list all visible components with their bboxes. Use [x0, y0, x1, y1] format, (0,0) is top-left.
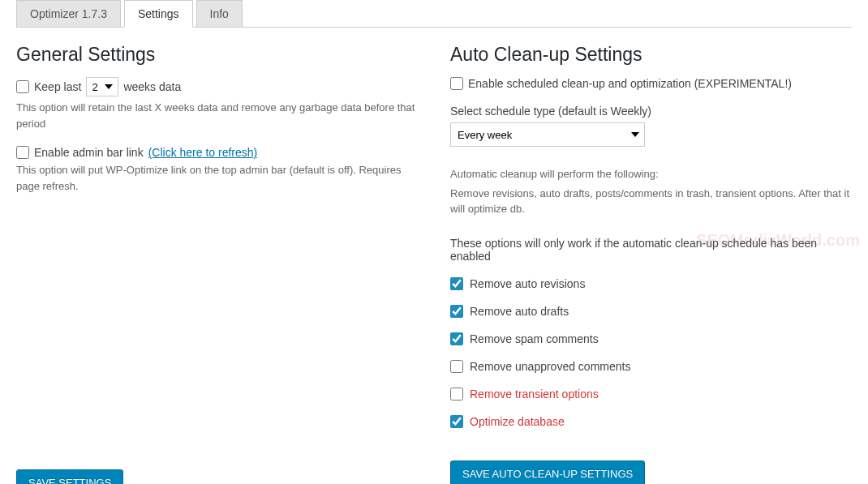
tab-settings[interactable]: Settings	[124, 0, 193, 28]
enable-admin-desc: This option will put WP-Optimize link on…	[16, 162, 418, 194]
opt-remove-transient-label: Remove transient options	[470, 388, 599, 400]
enable-admin-checkbox[interactable]	[16, 146, 29, 159]
save-settings-button[interactable]: SAVE SETTINGS	[16, 469, 123, 484]
opt-remove-revisions-row: Remove auto revisions	[450, 277, 852, 290]
schedule-type-select[interactable]: Every week	[450, 122, 645, 147]
opt-remove-unapproved-checkbox[interactable]	[450, 360, 463, 373]
opt-remove-drafts-checkbox[interactable]	[450, 305, 463, 318]
schedule-type-label: Select schedule type (default is Weekly)	[450, 105, 852, 118]
opt-remove-transient-checkbox[interactable]	[450, 388, 463, 400]
opt-remove-spam-label: Remove spam comments	[470, 332, 599, 345]
enable-scheduled-label: Enable scheduled clean-up and optimizati…	[468, 77, 792, 90]
opt-optimize-db-row: Optimize database	[450, 415, 852, 428]
work-note: These options will only work if the auto…	[450, 237, 852, 263]
keep-last-suffix: weeks data	[123, 80, 181, 93]
tab-info[interactable]: Info	[196, 0, 243, 28]
opt-remove-transient-row: Remove transient options	[450, 388, 852, 400]
tabs: Optimizer 1.7.3 Settings Info	[16, 0, 852, 28]
keep-last-prefix: Keep last	[34, 80, 81, 93]
auto-heading: Auto Clean-up Settings	[450, 44, 852, 66]
perform-heading: Automatic cleanup will perform the follo…	[450, 166, 852, 182]
opt-optimize-db-checkbox[interactable]	[450, 415, 463, 428]
tab-optimizer[interactable]: Optimizer 1.7.3	[16, 0, 121, 28]
enable-scheduled-checkbox[interactable]	[450, 77, 463, 90]
auto-options-list: Remove auto revisionsRemove auto draftsR…	[450, 277, 852, 428]
opt-remove-spam-row: Remove spam comments	[450, 332, 852, 345]
opt-remove-revisions-checkbox[interactable]	[450, 277, 463, 290]
keep-last-desc: This option will retain the last X weeks…	[16, 100, 418, 131]
general-heading: General Settings	[16, 44, 418, 66]
opt-remove-drafts-label: Remove auto drafts	[470, 305, 569, 318]
opt-remove-spam-checkbox[interactable]	[450, 332, 463, 345]
keep-last-checkbox[interactable]	[16, 80, 29, 93]
opt-optimize-db-label: Optimize database	[470, 415, 565, 428]
opt-remove-drafts-row: Remove auto drafts	[450, 305, 852, 318]
opt-remove-revisions-label: Remove auto revisions	[470, 277, 585, 290]
save-auto-settings-button[interactable]: SAVE AUTO CLEAN-UP SETTINGS	[450, 460, 645, 485]
refresh-link[interactable]: (Click here to refresh)	[148, 146, 258, 159]
keep-last-select[interactable]: 2	[86, 77, 118, 96]
opt-remove-unapproved-label: Remove unapproved comments	[470, 360, 630, 373]
auto-cleanup-panel: Auto Clean-up Settings Enable scheduled …	[450, 44, 852, 484]
perform-body: Remove revisions, auto drafts, posts/com…	[450, 186, 852, 217]
enable-admin-label: Enable admin bar link	[34, 146, 144, 159]
general-settings-panel: General Settings Keep last 2 weeks data …	[16, 44, 418, 484]
opt-remove-unapproved-row: Remove unapproved comments	[450, 360, 852, 373]
